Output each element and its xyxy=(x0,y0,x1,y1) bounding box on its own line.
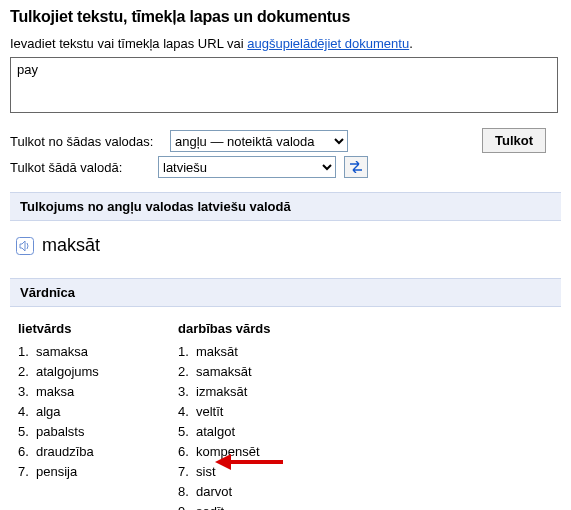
dictionary-columns: lietvārds 1.samaksa2.atalgojums3.maksa4.… xyxy=(10,321,561,510)
list-item: 5.atalgot xyxy=(178,422,288,442)
list-item: 7.pensija xyxy=(18,462,128,482)
list-item: 6.kompensēt xyxy=(178,442,288,462)
dict-list-verb: 1.maksāt2.samaksāt3.izmaksāt4.veltīt5.at… xyxy=(178,342,288,510)
from-lang-label: Tulkot no šādas valodas: xyxy=(10,134,170,149)
list-item: 1.samaksa xyxy=(18,342,128,362)
dict-list-noun: 1.samaksa2.atalgojums3.maksa4.alga5.paba… xyxy=(18,342,128,482)
list-item: 3.maksa xyxy=(18,382,128,402)
to-lang-select[interactable]: latviešu xyxy=(158,156,336,178)
dict-col-noun: lietvārds 1.samaksa2.atalgojums3.maksa4.… xyxy=(18,321,128,510)
dict-col-verb: darbības vārds 1.maksāt2.samaksāt3.izmak… xyxy=(178,321,288,510)
pos-label: darbības vārds xyxy=(178,321,288,336)
translation-result: maksāt xyxy=(42,235,100,256)
result-header: Tulkojums no angļu valodas latviešu valo… xyxy=(10,192,561,221)
swap-languages-button[interactable] xyxy=(344,156,368,178)
list-item: 6.draudzība xyxy=(18,442,128,462)
list-item: 8.darvot xyxy=(178,482,288,502)
pos-label: lietvārds xyxy=(18,321,128,336)
list-item: 4.alga xyxy=(18,402,128,422)
list-item: 9.sodīt xyxy=(178,502,288,510)
list-item: 1.maksāt xyxy=(178,342,288,362)
list-item: 3.izmaksāt xyxy=(178,382,288,402)
dictionary-header: Vārdnīca xyxy=(10,278,561,307)
page-title: Tulkojiet tekstu, tīmekļa lapas un dokum… xyxy=(10,8,561,26)
instructions-suffix: . xyxy=(409,36,413,51)
list-item: 2.samaksāt xyxy=(178,362,288,382)
instructions: Ievadiet tekstu vai tīmekļa lapas URL va… xyxy=(10,36,561,51)
to-lang-label: Tulkot šādā valodā: xyxy=(10,160,158,175)
list-item: 5.pabalsts xyxy=(18,422,128,442)
upload-link[interactable]: augšupielādējiet dokumentu xyxy=(247,36,409,51)
list-item: 4.veltīt xyxy=(178,402,288,422)
instructions-prefix: Ievadiet tekstu vai tīmekļa lapas URL va… xyxy=(10,36,247,51)
from-lang-select[interactable]: angļu — noteiktā valoda xyxy=(170,130,348,152)
listen-icon[interactable] xyxy=(16,237,34,255)
source-text-input[interactable] xyxy=(10,57,558,113)
translate-button[interactable]: Tulkot xyxy=(482,128,546,153)
list-item: 2.atalgojums xyxy=(18,362,128,382)
list-item: 7.sist xyxy=(178,462,288,482)
